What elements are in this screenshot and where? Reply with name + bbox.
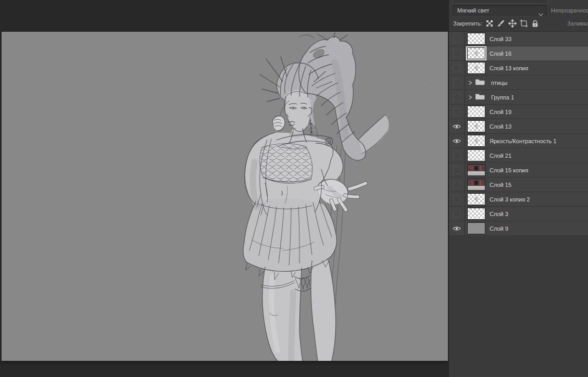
layer-row-content: Слой 13 [465, 119, 588, 133]
visibility-toggle[interactable] [449, 61, 465, 75]
visibility-toggle[interactable] [449, 32, 465, 46]
layer-row-content: Яркость/Контрастность 1 [465, 134, 588, 148]
layers-panel: Мягкий свет Непрозрачность Закрепить: За… [448, 0, 588, 377]
visibility-toggle[interactable] [449, 134, 465, 148]
layer-row[interactable]: Слой 9 [449, 221, 588, 236]
folder-icon [475, 93, 485, 102]
visibility-toggle[interactable] [449, 178, 465, 192]
lock-transparent-pixels-icon[interactable] [484, 19, 495, 28]
layer-name: Слой 15 копия [490, 167, 528, 173]
layer-row[interactable]: Слой 3 [449, 207, 588, 221]
eye-well [453, 210, 461, 218]
layer-row[interactable]: Слой 13 копия [449, 61, 588, 76]
layer-name: птицы [491, 80, 507, 86]
layer-row[interactable]: Слой 16 [449, 46, 588, 61]
visibility-toggle[interactable] [449, 221, 465, 235]
artwork-sketch [2, 32, 448, 361]
layer-name: Слой 9 [490, 225, 508, 232]
layer-row-content: Слой 3 [465, 207, 588, 221]
layer-row[interactable]: птицы [449, 76, 588, 90]
eye-well [453, 93, 461, 101]
layer-row[interactable]: Яркость/Контрастность 1 [449, 134, 588, 148]
visibility-toggle[interactable] [449, 46, 465, 60]
layer-row-content: Слой 21 [465, 148, 588, 162]
blend-mode-value: Мягкий свет [457, 7, 489, 14]
layer-name: Группа 1 [491, 94, 514, 100]
eye-icon [453, 122, 461, 131]
eye-well [453, 79, 461, 86]
layer-list: Слой 33Слой 16Слой 13 копияптицыГруппа 1… [449, 32, 588, 377]
eye-icon [453, 136, 461, 146]
eye-well [453, 152, 461, 159]
layer-row[interactable]: Слой 21 [449, 148, 588, 163]
layer-row[interactable]: Слой 15 копия [449, 163, 588, 178]
visibility-toggle[interactable] [449, 90, 465, 104]
layer-row[interactable]: Слой 13 [449, 119, 588, 134]
layer-thumbnail[interactable] [467, 47, 485, 59]
layer-row-content: Слой 15 [465, 178, 588, 192]
layer-row-content: Слой 3 копия 2 [465, 192, 588, 206]
layer-thumbnail[interactable] [467, 120, 485, 132]
photoshop-workspace: Мягкий свет Непрозрачность Закрепить: За… [0, 0, 588, 377]
layer-thumbnail[interactable] [467, 193, 485, 205]
visibility-toggle[interactable] [449, 163, 465, 177]
blend-mode-select[interactable]: Мягкий свет [453, 5, 547, 16]
eye-well [453, 49, 461, 57]
layer-row[interactable]: Слой 3 копия 2 [449, 192, 588, 207]
eye-well [453, 108, 461, 116]
layer-name: Слой 13 копия [490, 65, 528, 71]
layer-name: Слой 21 [490, 153, 511, 159]
visibility-toggle[interactable] [449, 119, 465, 133]
visibility-toggle[interactable] [449, 148, 465, 162]
layer-name: Слой 13 [490, 123, 511, 130]
layer-thumbnail[interactable] [467, 222, 485, 234]
layer-row[interactable]: Слой 19 [449, 105, 588, 119]
layer-thumbnail[interactable] [467, 62, 485, 74]
layer-row-content: Слой 9 [465, 221, 588, 235]
disclosure-chevron-icon[interactable] [468, 93, 472, 102]
layer-name: Слой 15 [490, 182, 511, 188]
fill-label: Заливка [567, 17, 588, 30]
layer-thumbnail[interactable] [467, 135, 485, 147]
lock-all-icon[interactable] [530, 19, 541, 28]
layer-row[interactable]: Слой 15 [449, 178, 588, 192]
lock-position-icon[interactable] [507, 19, 518, 28]
layer-name: Слой 33 [490, 36, 511, 42]
layer-row-content: Слой 15 копия [465, 163, 588, 177]
layer-row-content: Слой 33 [465, 32, 588, 46]
eye-well [453, 181, 461, 188]
eye-icon [453, 224, 461, 233]
opacity-label: Непрозрачность [551, 5, 588, 16]
canvas-area [0, 0, 448, 377]
eye-well [453, 35, 461, 43]
layer-thumbnail[interactable] [467, 106, 485, 118]
layer-thumbnail[interactable] [467, 179, 485, 191]
layer-row-content: Слой 13 копия [465, 61, 588, 75]
visibility-toggle[interactable] [449, 76, 465, 90]
layer-row-content: Слой 19 [465, 105, 588, 119]
layer-row[interactable]: Группа 1 [449, 90, 588, 105]
layer-thumbnail[interactable] [467, 164, 485, 176]
folder-icon [475, 78, 485, 87]
layer-thumbnail[interactable] [467, 149, 485, 161]
document-canvas[interactable] [2, 32, 448, 361]
visibility-toggle[interactable] [449, 192, 465, 206]
layer-row-content: птицы [465, 76, 588, 90]
layer-thumbnail[interactable] [467, 208, 485, 220]
layer-row-content: Слой 16 [465, 46, 588, 60]
layer-thumbnail[interactable] [467, 33, 485, 45]
layer-row-content: Группа 1 [465, 90, 588, 104]
visibility-toggle[interactable] [449, 207, 465, 221]
layer-row[interactable]: Слой 33 [449, 32, 588, 46]
layer-name: Яркость/Контрастность 1 [490, 138, 557, 144]
layer-name: Слой 3 [490, 211, 508, 217]
eye-well [453, 195, 461, 203]
visibility-toggle[interactable] [449, 105, 465, 119]
layer-name: Слой 19 [490, 109, 511, 115]
disclosure-chevron-icon[interactable] [468, 78, 472, 87]
lock-image-pixels-icon[interactable] [496, 19, 506, 28]
lock-artboard-icon[interactable] [519, 19, 529, 28]
partial-control-above [453, 0, 548, 4]
eye-well [453, 64, 461, 72]
layers-panel-header: Мягкий свет Непрозрачность Закрепить: За… [449, 0, 588, 32]
